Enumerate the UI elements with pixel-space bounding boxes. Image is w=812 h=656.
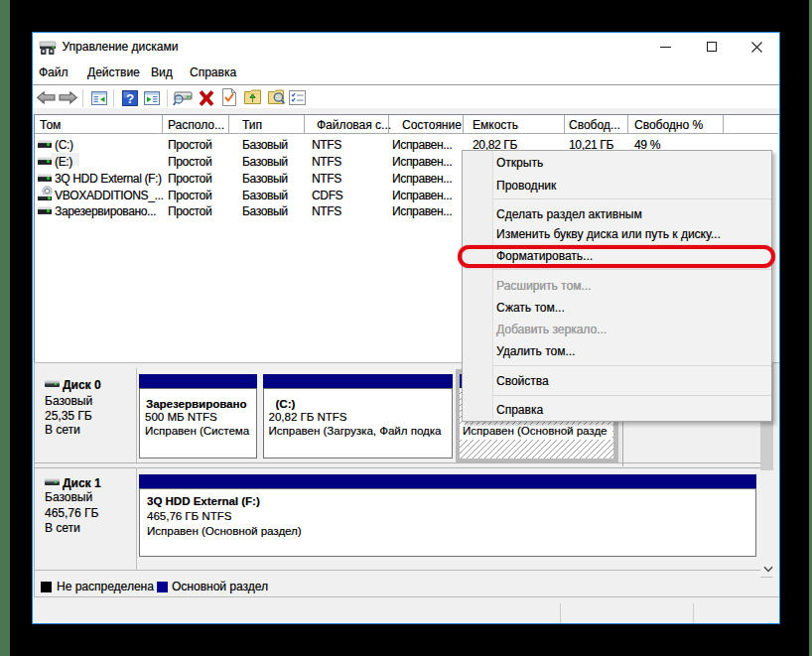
svg-text:?: ? — [126, 91, 134, 106]
